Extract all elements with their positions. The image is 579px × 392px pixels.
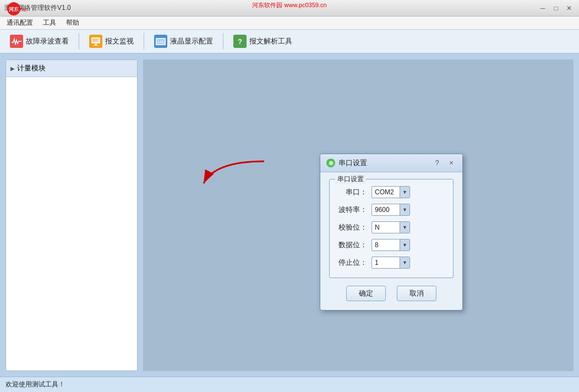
close-button[interactable]: ✕ (564, 3, 575, 13)
baudrate-label: 波特率： (338, 205, 367, 215)
title-bar-controls: ─ □ ✕ (537, 3, 575, 13)
dialog-title-controls: ? × (431, 157, 457, 168)
stopbits-row: 停止位： 1 ▼ (338, 257, 444, 269)
toolbar-fault-wave-label: 故障录波查看 (26, 36, 69, 46)
title-bar-left: 河东 软件园 测试网络管理软件V1.0 (4, 3, 71, 13)
parse-icon: ? (233, 35, 247, 48)
svg-rect-7 (93, 45, 99, 46)
port-value: COM2 (372, 187, 400, 197)
databits-dropdown-arrow[interactable]: ▼ (400, 239, 409, 251)
confirm-button[interactable]: 确定 (346, 286, 386, 301)
serial-icon: 串 (326, 158, 336, 168)
menu-item-comm[interactable]: 通讯配置 (2, 17, 37, 29)
cancel-button[interactable]: 取消 (397, 286, 436, 301)
serial-settings-dialog: 串 串口设置 ? × 串口设置 串口： (320, 154, 463, 311)
svg-text:LCD: LCD (158, 40, 164, 43)
parity-dropdown-arrow[interactable]: ▼ (400, 222, 409, 233)
watermark: 河东软件园 www.pc0359.cn (252, 1, 326, 9)
stopbits-select[interactable]: 1 ▼ (372, 257, 410, 269)
svg-rect-6 (95, 44, 97, 45)
port-dropdown-arrow[interactable]: ▼ (400, 187, 409, 198)
stopbits-label: 停止位： (338, 258, 367, 268)
port-row: 串口： COM2 ▼ (338, 186, 444, 198)
svg-text:串: 串 (329, 161, 334, 166)
databits-label: 数据位： (338, 240, 367, 250)
app-logo: 河东 软件园 (0, 2, 33, 16)
dialog-title-left: 串 串口设置 (326, 158, 367, 168)
toolbar-separator-2 (144, 33, 144, 50)
baudrate-row: 波特率： 9600 ▼ (338, 204, 444, 216)
dialog-help-button[interactable]: ? (431, 157, 443, 168)
dialog-titlebar: 串 串口设置 ? × (320, 154, 462, 172)
maximize-button[interactable]: □ (550, 3, 561, 13)
group-legend: 串口设置 (335, 175, 366, 184)
toolbar-parse-tool-button[interactable]: ? 报文解析工具 (228, 32, 298, 50)
databits-select[interactable]: 8 ▼ (372, 239, 410, 251)
toolbar-lcd-config-label: 液晶显示配置 (170, 36, 213, 46)
dialog-body: 串口设置 串口： COM2 ▼ 波特率： (320, 172, 462, 310)
collapse-arrow-icon[interactable]: ▶ (10, 66, 15, 72)
lcd-icon: LCD (154, 35, 167, 48)
baudrate-select[interactable]: 9600 ▼ (372, 204, 410, 216)
left-panel-title: 计量模块 (17, 63, 46, 73)
parity-value: N (372, 222, 400, 232)
menu-item-help[interactable]: 帮助 (62, 17, 84, 29)
dialog-close-button[interactable]: × (446, 157, 457, 168)
parity-label: 校验位： (338, 222, 367, 232)
main-area: ▶ 计量模块 (0, 54, 579, 377)
left-panel-header: ▶ 计量模块 (6, 60, 137, 77)
port-select[interactable]: COM2 ▼ (372, 186, 410, 198)
toolbar-msg-monitor-button[interactable]: 报文监视 (84, 32, 139, 50)
baudrate-dropdown-arrow[interactable]: ▼ (400, 204, 409, 215)
databits-value: 8 (372, 240, 400, 250)
menu-bar: 通讯配置 工具 帮助 (0, 17, 579, 30)
menu-item-tools[interactable]: 工具 (39, 17, 61, 29)
svg-text:软件园: 软件园 (16, 8, 27, 12)
toolbar-separator-1 (79, 33, 79, 50)
toolbar-parse-tool-label: 报文解析工具 (249, 36, 292, 46)
status-message: 欢迎使用测试工具！ (6, 380, 65, 389)
toolbar-fault-wave-button[interactable]: 故障录波查看 (4, 32, 74, 50)
modal-overlay: 串 串口设置 ? × 串口设置 串口： (143, 59, 573, 371)
toolbar: 故障录波查看 报文监视 LCD 液晶显示配置 (0, 30, 579, 54)
serial-settings-group: 串口设置 串口： COM2 ▼ 波特率： (329, 179, 454, 278)
annotation-arrow (187, 156, 275, 200)
left-panel: ▶ 计量模块 (6, 59, 138, 371)
stopbits-value: 1 (372, 258, 400, 268)
parity-select[interactable]: N ▼ (372, 221, 410, 233)
toolbar-msg-monitor-label: 报文监视 (105, 36, 134, 46)
parity-row: 校验位： N ▼ (338, 221, 444, 233)
minimize-button[interactable]: ─ (537, 3, 548, 13)
svg-text:?: ? (238, 37, 242, 46)
databits-row: 数据位： 8 ▼ (338, 239, 444, 251)
baudrate-value: 9600 (372, 205, 400, 215)
toolbar-lcd-config-button[interactable]: LCD 液晶显示配置 (149, 32, 219, 50)
monitor-icon (89, 35, 102, 48)
wave-icon (10, 35, 23, 48)
right-area: 串 串口设置 ? × 串口设置 串口： (143, 59, 573, 371)
port-label: 串口： (338, 187, 367, 197)
status-bar: 欢迎使用测试工具！ (0, 377, 579, 392)
title-bar: 河东 软件园 测试网络管理软件V1.0 河东软件园 www.pc0359.cn … (0, 0, 579, 17)
stopbits-dropdown-arrow[interactable]: ▼ (400, 257, 409, 268)
dialog-buttons: 确定 取消 (329, 286, 454, 303)
toolbar-separator-3 (223, 33, 223, 50)
dialog-title-text: 串口设置 (338, 158, 367, 168)
